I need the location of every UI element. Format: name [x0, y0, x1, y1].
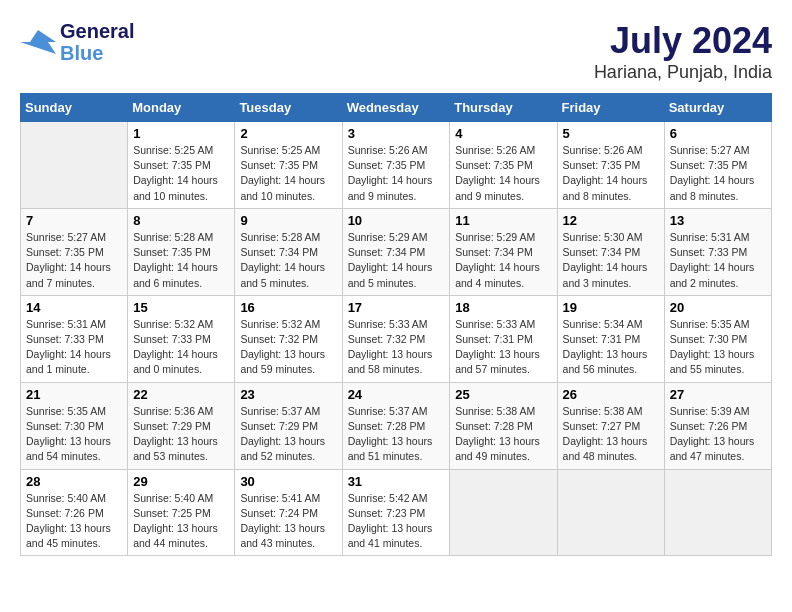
day-number: 28: [26, 474, 122, 489]
calendar-cell: 10Sunrise: 5:29 AM Sunset: 7:34 PM Dayli…: [342, 208, 450, 295]
calendar-cell: [21, 122, 128, 209]
calendar-week-row: 7Sunrise: 5:27 AM Sunset: 7:35 PM Daylig…: [21, 208, 772, 295]
calendar-cell: 3Sunrise: 5:26 AM Sunset: 7:35 PM Daylig…: [342, 122, 450, 209]
day-number: 19: [563, 300, 659, 315]
cell-info: Sunrise: 5:26 AM Sunset: 7:35 PM Dayligh…: [348, 143, 445, 204]
calendar-cell: 1Sunrise: 5:25 AM Sunset: 7:35 PM Daylig…: [128, 122, 235, 209]
calendar-cell: 17Sunrise: 5:33 AM Sunset: 7:32 PM Dayli…: [342, 295, 450, 382]
calendar-body: 1Sunrise: 5:25 AM Sunset: 7:35 PM Daylig…: [21, 122, 772, 556]
header-cell-saturday: Saturday: [664, 94, 771, 122]
calendar-cell: 6Sunrise: 5:27 AM Sunset: 7:35 PM Daylig…: [664, 122, 771, 209]
calendar-cell: 14Sunrise: 5:31 AM Sunset: 7:33 PM Dayli…: [21, 295, 128, 382]
cell-info: Sunrise: 5:38 AM Sunset: 7:27 PM Dayligh…: [563, 404, 659, 465]
cell-info: Sunrise: 5:26 AM Sunset: 7:35 PM Dayligh…: [563, 143, 659, 204]
day-number: 5: [563, 126, 659, 141]
cell-info: Sunrise: 5:29 AM Sunset: 7:34 PM Dayligh…: [348, 230, 445, 291]
day-number: 27: [670, 387, 766, 402]
day-number: 4: [455, 126, 551, 141]
calendar-cell: 30Sunrise: 5:41 AM Sunset: 7:24 PM Dayli…: [235, 469, 342, 556]
cell-info: Sunrise: 5:32 AM Sunset: 7:33 PM Dayligh…: [133, 317, 229, 378]
cell-info: Sunrise: 5:25 AM Sunset: 7:35 PM Dayligh…: [133, 143, 229, 204]
header-cell-wednesday: Wednesday: [342, 94, 450, 122]
calendar-week-row: 14Sunrise: 5:31 AM Sunset: 7:33 PM Dayli…: [21, 295, 772, 382]
day-number: 25: [455, 387, 551, 402]
header-cell-sunday: Sunday: [21, 94, 128, 122]
calendar-cell: 28Sunrise: 5:40 AM Sunset: 7:26 PM Dayli…: [21, 469, 128, 556]
calendar-cell: 23Sunrise: 5:37 AM Sunset: 7:29 PM Dayli…: [235, 382, 342, 469]
cell-info: Sunrise: 5:30 AM Sunset: 7:34 PM Dayligh…: [563, 230, 659, 291]
svg-marker-0: [20, 30, 56, 54]
day-number: 6: [670, 126, 766, 141]
cell-info: Sunrise: 5:37 AM Sunset: 7:29 PM Dayligh…: [240, 404, 336, 465]
header-cell-thursday: Thursday: [450, 94, 557, 122]
cell-info: Sunrise: 5:31 AM Sunset: 7:33 PM Dayligh…: [670, 230, 766, 291]
day-number: 29: [133, 474, 229, 489]
day-number: 21: [26, 387, 122, 402]
cell-info: Sunrise: 5:28 AM Sunset: 7:34 PM Dayligh…: [240, 230, 336, 291]
cell-info: Sunrise: 5:29 AM Sunset: 7:34 PM Dayligh…: [455, 230, 551, 291]
cell-info: Sunrise: 5:33 AM Sunset: 7:32 PM Dayligh…: [348, 317, 445, 378]
day-number: 9: [240, 213, 336, 228]
day-number: 11: [455, 213, 551, 228]
cell-info: Sunrise: 5:42 AM Sunset: 7:23 PM Dayligh…: [348, 491, 445, 552]
day-number: 31: [348, 474, 445, 489]
calendar-cell: 16Sunrise: 5:32 AM Sunset: 7:32 PM Dayli…: [235, 295, 342, 382]
day-number: 24: [348, 387, 445, 402]
day-number: 7: [26, 213, 122, 228]
calendar-cell: [450, 469, 557, 556]
month-year-title: July 2024: [594, 20, 772, 62]
day-number: 20: [670, 300, 766, 315]
calendar-cell: 25Sunrise: 5:38 AM Sunset: 7:28 PM Dayli…: [450, 382, 557, 469]
calendar-header-row: SundayMondayTuesdayWednesdayThursdayFrid…: [21, 94, 772, 122]
calendar-cell: 26Sunrise: 5:38 AM Sunset: 7:27 PM Dayli…: [557, 382, 664, 469]
cell-info: Sunrise: 5:41 AM Sunset: 7:24 PM Dayligh…: [240, 491, 336, 552]
calendar-cell: 19Sunrise: 5:34 AM Sunset: 7:31 PM Dayli…: [557, 295, 664, 382]
cell-info: Sunrise: 5:36 AM Sunset: 7:29 PM Dayligh…: [133, 404, 229, 465]
day-number: 10: [348, 213, 445, 228]
calendar-cell: 29Sunrise: 5:40 AM Sunset: 7:25 PM Dayli…: [128, 469, 235, 556]
day-number: 22: [133, 387, 229, 402]
calendar-cell: 4Sunrise: 5:26 AM Sunset: 7:35 PM Daylig…: [450, 122, 557, 209]
calendar-cell: 24Sunrise: 5:37 AM Sunset: 7:28 PM Dayli…: [342, 382, 450, 469]
logo-line1: General: [60, 20, 134, 42]
calendar-cell: 13Sunrise: 5:31 AM Sunset: 7:33 PM Dayli…: [664, 208, 771, 295]
cell-info: Sunrise: 5:37 AM Sunset: 7:28 PM Dayligh…: [348, 404, 445, 465]
calendar-cell: 12Sunrise: 5:30 AM Sunset: 7:34 PM Dayli…: [557, 208, 664, 295]
day-number: 30: [240, 474, 336, 489]
day-number: 23: [240, 387, 336, 402]
cell-info: Sunrise: 5:34 AM Sunset: 7:31 PM Dayligh…: [563, 317, 659, 378]
day-number: 13: [670, 213, 766, 228]
day-number: 17: [348, 300, 445, 315]
cell-info: Sunrise: 5:39 AM Sunset: 7:26 PM Dayligh…: [670, 404, 766, 465]
cell-info: Sunrise: 5:27 AM Sunset: 7:35 PM Dayligh…: [670, 143, 766, 204]
calendar-cell: [557, 469, 664, 556]
calendar-cell: 18Sunrise: 5:33 AM Sunset: 7:31 PM Dayli…: [450, 295, 557, 382]
day-number: 3: [348, 126, 445, 141]
calendar-cell: 7Sunrise: 5:27 AM Sunset: 7:35 PM Daylig…: [21, 208, 128, 295]
day-number: 2: [240, 126, 336, 141]
logo-line2: Blue: [60, 42, 134, 64]
header-cell-tuesday: Tuesday: [235, 94, 342, 122]
cell-info: Sunrise: 5:25 AM Sunset: 7:35 PM Dayligh…: [240, 143, 336, 204]
location-title: Hariana, Punjab, India: [594, 62, 772, 83]
day-number: 8: [133, 213, 229, 228]
title-block: July 2024 Hariana, Punjab, India: [594, 20, 772, 83]
cell-info: Sunrise: 5:31 AM Sunset: 7:33 PM Dayligh…: [26, 317, 122, 378]
cell-info: Sunrise: 5:26 AM Sunset: 7:35 PM Dayligh…: [455, 143, 551, 204]
calendar-cell: 5Sunrise: 5:26 AM Sunset: 7:35 PM Daylig…: [557, 122, 664, 209]
calendar-cell: 2Sunrise: 5:25 AM Sunset: 7:35 PM Daylig…: [235, 122, 342, 209]
calendar-cell: 15Sunrise: 5:32 AM Sunset: 7:33 PM Dayli…: [128, 295, 235, 382]
day-number: 18: [455, 300, 551, 315]
calendar-week-row: 21Sunrise: 5:35 AM Sunset: 7:30 PM Dayli…: [21, 382, 772, 469]
calendar-cell: 27Sunrise: 5:39 AM Sunset: 7:26 PM Dayli…: [664, 382, 771, 469]
calendar-cell: [664, 469, 771, 556]
day-number: 12: [563, 213, 659, 228]
calendar-table: SundayMondayTuesdayWednesdayThursdayFrid…: [20, 93, 772, 556]
day-number: 26: [563, 387, 659, 402]
cell-info: Sunrise: 5:32 AM Sunset: 7:32 PM Dayligh…: [240, 317, 336, 378]
header-cell-monday: Monday: [128, 94, 235, 122]
logo-icon: [20, 28, 56, 56]
day-number: 15: [133, 300, 229, 315]
cell-info: Sunrise: 5:38 AM Sunset: 7:28 PM Dayligh…: [455, 404, 551, 465]
day-number: 14: [26, 300, 122, 315]
